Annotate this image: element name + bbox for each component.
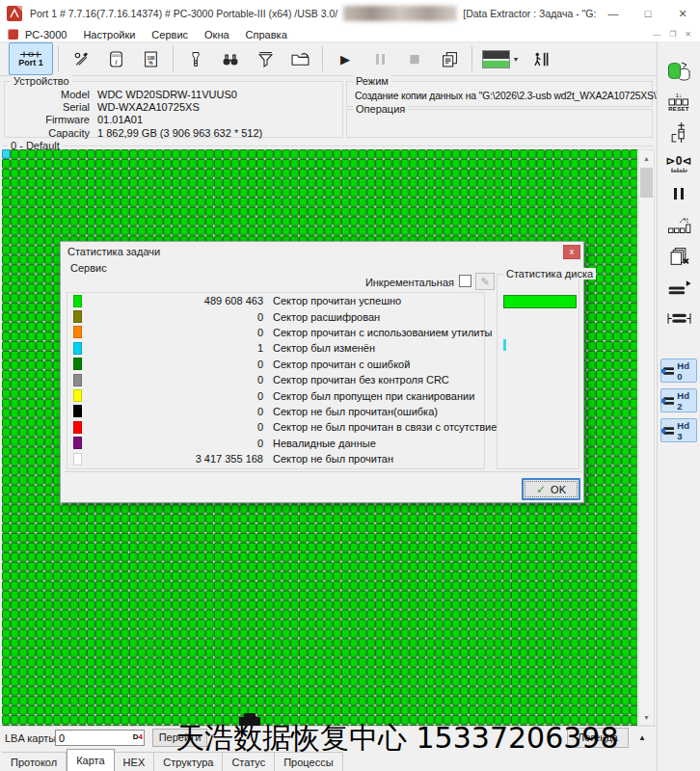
map-view-button[interactable]: ▼ — [477, 44, 524, 73]
menu-item[interactable]: PC-3000 — [25, 29, 67, 40]
menu-item[interactable]: Настройки — [83, 29, 135, 40]
create-copy-button[interactable] — [660, 57, 697, 86]
pause-utility-button[interactable] — [660, 180, 697, 209]
pause-task-button[interactable] — [363, 44, 397, 73]
dialog-close-button[interactable]: x — [563, 245, 580, 259]
statistics-button[interactable]: 100 % — [133, 44, 168, 73]
scroll-up-icon[interactable]: ▲ — [639, 150, 654, 166]
device-info-row: Serial WD-WXA2A10725XS — [5, 101, 342, 114]
menu-item[interactable]: Сервис — [151, 29, 188, 40]
goto-button[interactable]: Перейти — [152, 729, 207, 747]
dec-hex-toggle-icon[interactable]: D4 — [133, 731, 143, 743]
disk-connect-button[interactable] — [660, 304, 697, 332]
collapse-up-icon[interactable]: ▲ — [634, 731, 650, 746]
ruler-icon — [670, 167, 687, 173]
stat-value: 0 — [82, 438, 263, 449]
stat-color-swatch — [73, 437, 82, 449]
menu-items: PC-3000НастройкиСервисОкнаСправка — [25, 29, 304, 40]
edit-icon[interactable]: ✎ — [475, 273, 495, 290]
stat-color-swatch — [73, 389, 82, 402]
bottom-tab[interactable]: Статус — [223, 752, 275, 771]
bottom-bar: LBA карты D4 Перейти Легенда ▲ — [0, 726, 657, 749]
device-field-label: Serial — [5, 101, 90, 114]
reset-boxes-icon — [668, 98, 689, 106]
hd-button-label: Hd 2 — [677, 390, 696, 412]
stat-value: 3 417 355 168 — [82, 453, 263, 465]
task-statistics-list: 489 608 463 Сектор прочитан успешно 0 Се… — [67, 292, 485, 469]
run-task-button[interactable]: ▶ — [328, 44, 363, 73]
task-statistics-dialog: Статистика задачи x Сервис Инкрементальн… — [60, 241, 584, 503]
sidebar-hd-button[interactable]: Hd 3 — [660, 418, 697, 442]
stat-label: Невалидные данные — [273, 438, 376, 449]
stat-color-swatch — [73, 374, 82, 386]
window-title-suffix: [Data Extractor : Задача - "G:\2026\2.3-… — [463, 8, 596, 19]
stop-task-button[interactable]: ■ — [397, 44, 432, 73]
start-disk-button[interactable] — [660, 273, 697, 302]
ok-button[interactable]: ✓ OK — [522, 478, 580, 500]
mdi-minimize-button[interactable]: — — [653, 30, 660, 39]
jump-to-chip-button[interactable] — [660, 211, 697, 240]
reset-button[interactable]: 1↓ RESET — [660, 88, 697, 117]
stop-icon: ■ — [409, 52, 419, 66]
dialog-menu-service[interactable]: Сервис — [70, 262, 107, 274]
pause-icon — [672, 188, 686, 201]
device-field-value: 1 862,99 GB (3 906 963 632 * 512) — [97, 127, 262, 140]
map-scrollbar[interactable]: ▲ ▼ — [638, 149, 655, 726]
bottom-tab[interactable]: Карта — [67, 749, 114, 771]
lba-input[interactable] — [55, 730, 145, 746]
hd-button-label: Hd 3 — [677, 420, 696, 441]
operation-group-label: Операция — [353, 103, 408, 115]
stat-value: 0 — [82, 327, 263, 338]
incremental-checkbox[interactable] — [459, 275, 471, 287]
script-icon: 00001 i — [109, 51, 123, 67]
dialog-title-bar[interactable]: Статистика задачи x — [61, 242, 583, 261]
dialog-divider — [65, 471, 581, 472]
copy-database-icon — [666, 60, 692, 84]
bottom-tab[interactable]: Структура — [154, 752, 223, 771]
script-button[interactable]: 00001 i — [98, 44, 133, 73]
mode-group-label: Режим — [353, 75, 391, 87]
svg-text:100: 100 — [147, 55, 154, 60]
bottom-tab[interactable]: Протокол — [2, 752, 67, 771]
disk-stat-bar — [503, 295, 577, 308]
bottom-tab[interactable]: HEX — [115, 752, 155, 771]
bottom-tab[interactable]: Процессы — [275, 752, 342, 771]
device-field-label: Model — [5, 89, 90, 101]
data-selection-button[interactable] — [178, 44, 213, 73]
scrollbar-thumb[interactable] — [640, 168, 653, 198]
device-field-value: 01.01A01 — [97, 114, 143, 126]
maximize-button[interactable]: □ — [631, 0, 665, 27]
device-group-label: Устройство — [11, 75, 72, 87]
power-control-button[interactable] — [660, 119, 697, 147]
filter-button[interactable] — [248, 44, 283, 73]
window-controls: — □ × — [596, 0, 700, 27]
mdi-close-button[interactable]: ✕ — [685, 30, 691, 39]
sidebar-hd-button[interactable]: Hd 2 — [660, 388, 697, 412]
mode-value: Создание копии данных на "G:\2026\2.3-us… — [355, 91, 700, 101]
copies-button[interactable] — [432, 44, 467, 73]
clear-copies-button[interactable] — [660, 242, 697, 271]
sidebar-hd-button[interactable]: Hd 0 — [660, 359, 697, 383]
stat-row: 0 Сектор прочитан с ошибкой — [67, 357, 484, 372]
legend-button[interactable]: Легенда — [567, 728, 629, 748]
title-bar: Port 1 # 7.7.16(7.7.16.14374) # PC-3000 … — [0, 0, 700, 28]
mdi-restore-button[interactable]: ❐ — [669, 30, 676, 39]
device-field-label: Capacity — [5, 127, 90, 140]
search-button[interactable] — [213, 44, 248, 73]
menu-item[interactable]: Окна — [204, 29, 229, 40]
menu-item[interactable]: Справка — [246, 29, 287, 40]
hd-icon — [661, 396, 674, 406]
port-1-button[interactable]: Port 1 — [9, 42, 53, 75]
stat-label: Сектор прочитан с ошибкой — [273, 359, 410, 370]
toolbar-separator — [471, 46, 472, 71]
device-rows: Model WDC WD20SDRW-11VUUS0 Serial WD-WXA… — [5, 82, 342, 140]
close-button[interactable]: × — [665, 0, 700, 27]
minimize-button[interactable]: — — [596, 0, 631, 27]
scroll-down-icon[interactable]: ▼ — [639, 709, 654, 725]
stat-row: 3 417 355 168 Сектор не был прочитан — [67, 451, 484, 466]
utility-settings-button[interactable] — [64, 44, 98, 73]
svg-text:%: % — [148, 60, 153, 65]
open-copy-button[interactable] — [283, 44, 317, 73]
sector-counter-button[interactable]: ⊳0⊲ — [660, 149, 697, 178]
exit-button[interactable] — [524, 44, 558, 73]
